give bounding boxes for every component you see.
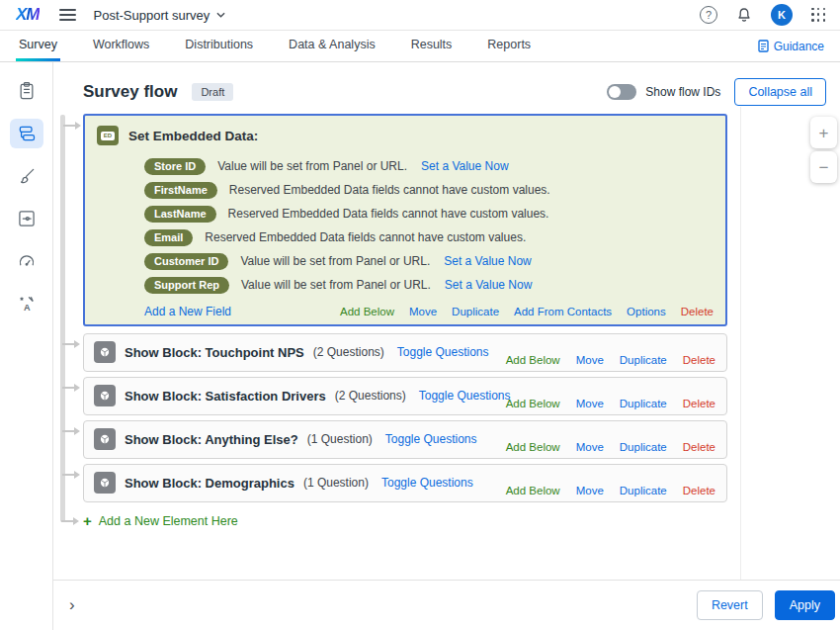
apply-button[interactable]: Apply	[775, 590, 835, 620]
left-sidebar: A	[0, 62, 53, 630]
page-title: Survey flow	[83, 82, 177, 102]
revert-button[interactable]: Revert	[697, 590, 763, 620]
duplicate-link[interactable]: Duplicate	[452, 306, 499, 317]
toggle-questions-link[interactable]: Toggle Questions	[381, 476, 473, 490]
tab-distributions[interactable]: Distributions	[182, 31, 256, 61]
duplicate-link[interactable]: Duplicate	[620, 398, 667, 409]
duplicate-link[interactable]: Duplicate	[620, 441, 667, 453]
set-value-now-link[interactable]: Set a Value Now	[444, 254, 532, 268]
embedded-field-row: Email Reserved Embedded Data fields cann…	[144, 225, 714, 249]
block-question-count: (2 Questions)	[313, 345, 384, 359]
flow-header: Survey flow Draft Show flow IDs Collapse…	[53, 62, 840, 107]
delete-link[interactable]: Delete	[683, 354, 715, 366]
tab-reports[interactable]: Reports	[484, 31, 534, 61]
sidebar-item-translations[interactable]: A	[10, 289, 43, 318]
embedded-data-title: Set Embedded Data:	[128, 129, 258, 143]
block-title: Show Block: Anything Else?	[125, 432, 298, 447]
tab-bar: Survey Workflows Distributions Data & An…	[0, 31, 840, 62]
block-question-count: (1 Question)	[307, 432, 373, 446]
canvas-zoom-controls: + −	[810, 117, 837, 183]
add-below-link[interactable]: Add Below	[340, 306, 394, 317]
duplicate-link[interactable]: Duplicate	[620, 354, 667, 366]
project-switcher[interactable]: Post-Support survey	[94, 8, 226, 23]
block-cube-icon	[94, 428, 116, 450]
zoom-out-button[interactable]: −	[810, 151, 837, 183]
delete-link[interactable]: Delete	[681, 306, 714, 317]
collapse-all-button[interactable]: Collapse all	[734, 78, 826, 106]
add-new-element-link[interactable]: + Add a New Element Here	[83, 513, 238, 528]
set-value-now-link[interactable]: Set a Value Now	[421, 159, 509, 173]
tab-workflows[interactable]: Workflows	[90, 31, 152, 61]
move-link[interactable]: Move	[576, 441, 604, 453]
delete-link[interactable]: Delete	[683, 398, 715, 409]
add-below-link[interactable]: Add Below	[506, 398, 560, 409]
footer-bar: › Revert Apply	[53, 580, 840, 630]
sidebar-item-survey-options[interactable]	[10, 204, 43, 233]
options-link[interactable]: Options	[627, 306, 666, 317]
flow-trunk-line	[60, 115, 65, 522]
guidance-link[interactable]: Guidance	[758, 31, 824, 61]
toggle-questions-link[interactable]: Toggle Questions	[385, 432, 477, 446]
delete-link[interactable]: Delete	[683, 485, 715, 496]
move-link[interactable]: Move	[576, 354, 604, 366]
move-link[interactable]: Move	[409, 306, 437, 317]
field-name-pill[interactable]: FirstName	[144, 182, 217, 199]
flow-connector-arrow	[62, 430, 75, 432]
element-actions: Add Below Move Duplicate Delete	[506, 485, 715, 496]
flow-connector-arrow	[62, 474, 75, 476]
survey-flow-icon	[17, 124, 37, 143]
tab-results[interactable]: Results	[408, 31, 456, 61]
app-grid-icon[interactable]	[811, 8, 826, 23]
toggle-questions-link[interactable]: Toggle Questions	[419, 389, 511, 403]
field-name-pill[interactable]: Email	[144, 229, 193, 246]
canvas-right-border	[740, 107, 741, 580]
tab-data-analysis[interactable]: Data & Analysis	[286, 31, 378, 61]
clipboard-icon	[17, 81, 37, 101]
block-cube-icon	[94, 385, 116, 406]
add-below-link[interactable]: Add Below	[506, 485, 560, 496]
user-avatar[interactable]: K	[771, 4, 793, 26]
hamburger-menu-icon[interactable]	[59, 9, 76, 21]
move-link[interactable]: Move	[576, 485, 604, 496]
flow-connector-arrow	[61, 520, 74, 522]
show-flow-ids-toggle[interactable]	[607, 84, 636, 100]
sidebar-item-survey-flow[interactable]	[10, 119, 43, 148]
field-name-pill[interactable]: Customer ID	[144, 253, 228, 270]
block-element-touchpoint-nps[interactable]: Show Block: Touchpoint NPS (2 Questions)…	[83, 333, 727, 372]
set-value-now-link[interactable]: Set a Value Now	[445, 278, 533, 292]
sidebar-item-survey-builder[interactable]	[10, 76, 43, 106]
block-title: Show Block: Touchpoint NPS	[125, 345, 304, 360]
sidebar-item-quality-review[interactable]	[10, 246, 43, 276]
block-element-satisfaction-drivers[interactable]: Show Block: Satisfaction Drivers (2 Ques…	[83, 377, 727, 415]
block-title: Show Block: Demographics	[125, 476, 294, 491]
add-from-contacts-link[interactable]: Add From Contacts	[514, 306, 612, 317]
toggle-questions-link[interactable]: Toggle Questions	[397, 345, 489, 359]
guidance-label: Guidance	[774, 40, 824, 53]
zoom-in-button[interactable]: +	[810, 117, 837, 148]
sidebar-item-look-and-feel[interactable]	[10, 161, 43, 191]
xm-logo[interactable]: XM	[16, 5, 40, 25]
delete-link[interactable]: Delete	[683, 441, 715, 453]
embedded-data-element[interactable]: ED Set Embedded Data: Store ID Value wil…	[83, 114, 727, 326]
flow-connector-arrow	[62, 343, 75, 345]
tab-survey[interactable]: Survey	[16, 31, 60, 61]
add-new-field-link[interactable]: Add a New Field	[144, 305, 231, 318]
move-link[interactable]: Move	[576, 398, 604, 409]
block-element-demographics[interactable]: Show Block: Demographics (1 Question) To…	[83, 464, 727, 502]
embedded-field-row: Customer ID Value will be set from Panel…	[144, 249, 714, 273]
field-name-pill[interactable]: LastName	[144, 206, 216, 223]
block-element-anything-else[interactable]: Show Block: Anything Else? (1 Question) …	[83, 420, 727, 459]
duplicate-link[interactable]: Duplicate	[620, 485, 667, 496]
notifications-bell-icon[interactable]	[736, 7, 752, 23]
help-icon[interactable]: ?	[700, 6, 717, 24]
add-below-link[interactable]: Add Below	[506, 354, 560, 366]
element-actions: Add Below Move Duplicate Add From Contac…	[340, 306, 714, 317]
expand-panel-chevron-icon[interactable]: ›	[65, 595, 79, 615]
add-below-link[interactable]: Add Below	[506, 441, 560, 453]
element-actions: Add Below Move Duplicate Delete	[506, 398, 715, 409]
embedded-field-row: Support Rep Value will be set from Panel…	[144, 273, 714, 297]
add-new-element-label: Add a New Element Here	[99, 514, 238, 528]
field-name-pill[interactable]: Store ID	[144, 158, 206, 175]
field-name-pill[interactable]: Support Rep	[144, 277, 229, 294]
field-description: Value will be set from Panel or URL.	[217, 159, 407, 173]
